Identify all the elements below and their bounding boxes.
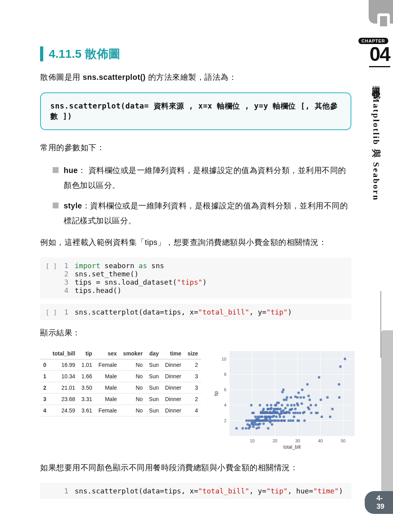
section-heading: 4.11.5 散佈圖 <box>40 46 351 61</box>
table-row: 016.991.01FemaleNoSunDinner2 <box>40 359 201 370</box>
svg-point-126 <box>275 415 277 418</box>
svg-point-148 <box>283 415 285 418</box>
svg-point-26 <box>245 419 248 422</box>
svg-point-206 <box>331 408 333 410</box>
svg-text:10: 10 <box>250 438 254 443</box>
svg-point-143 <box>281 404 283 406</box>
svg-point-193 <box>307 394 310 397</box>
table-cell: 21.01 <box>50 382 79 393</box>
svg-point-75 <box>262 408 264 410</box>
svg-point-174 <box>294 408 296 410</box>
table-cell: 4 <box>184 405 201 416</box>
svg-text:30: 30 <box>295 438 300 443</box>
table-cell: 2 <box>40 382 50 393</box>
result-label: 顯示結果： <box>40 326 351 340</box>
code-line: 2sns.set_theme() <box>61 270 346 278</box>
svg-text:tip: tip <box>213 391 219 396</box>
svg-point-182 <box>298 419 300 422</box>
intro-text: 散佈圖是用 sns.scatterplot() 的方法來繪製，語法為： <box>40 70 351 85</box>
table-cell: 2 <box>184 393 201 405</box>
table-row: 110.341.66MaleNoSunDinner3 <box>40 370 201 382</box>
heading-title: 散佈圖 <box>81 47 120 60</box>
page-number: 4-39 <box>365 491 393 514</box>
scatter-plot: 1020304050246810total_billtip <box>213 348 358 450</box>
table-header: day <box>146 348 162 359</box>
svg-point-154 <box>284 407 286 409</box>
table-cell: 3.61 <box>78 405 95 416</box>
cell-marker: [ ] <box>46 261 61 295</box>
chapter-number: 04 <box>369 42 390 67</box>
side-gray-column <box>381 330 393 499</box>
svg-point-172 <box>293 404 295 406</box>
line-number: 1 <box>61 487 75 495</box>
results-row: total_billtipsexsmokerdaytimesize016.991… <box>40 348 351 450</box>
svg-point-204 <box>326 396 329 398</box>
svg-text:4: 4 <box>224 403 226 407</box>
param-style: style：資料欄位或是一維陣列資料，是根據設定的值為資料分類，並利用不同的標記… <box>53 198 351 228</box>
svg-point-23 <box>235 427 237 429</box>
svg-point-196 <box>310 404 312 406</box>
svg-text:6: 6 <box>224 387 226 392</box>
data-table: total_billtipsexsmokerdaytimesize016.991… <box>40 348 201 416</box>
table-cell: 24.59 <box>50 405 79 416</box>
table-cell: Dinner <box>162 393 184 405</box>
param-hue: hue： 資料欄位或是一維陣列資料，是根據設定的值為資料分類，並利用不同的顏色加… <box>53 163 351 193</box>
code-block-3: [ ] 1sns.scatterplot(data=tips, x="total… <box>40 483 351 499</box>
line-number: 1 <box>61 261 75 270</box>
svg-point-145 <box>281 391 283 393</box>
param-name: style <box>64 201 82 210</box>
svg-point-161 <box>287 419 290 422</box>
table-cell: Sun <box>146 382 162 393</box>
svg-point-67 <box>261 415 263 418</box>
svg-point-116 <box>272 414 275 417</box>
table-cell: 1 <box>40 370 50 382</box>
svg-point-33 <box>250 404 252 406</box>
svg-point-109 <box>271 423 273 425</box>
svg-point-169 <box>292 419 294 422</box>
svg-point-205 <box>329 415 331 418</box>
cell-marker: [ ] <box>46 308 61 316</box>
line-number: 2 <box>61 270 75 278</box>
code-block-1: [ ] 1import seaborn as sns2sns.set_theme… <box>40 258 351 298</box>
param-list: hue： 資料欄位或是一維陣列資料，是根據設定的值為資料分類，並利用不同的顏色加… <box>40 163 351 228</box>
svg-point-181 <box>297 392 299 394</box>
svg-point-138 <box>279 408 281 410</box>
svg-point-198 <box>314 404 317 406</box>
table-header: size <box>184 348 201 359</box>
params-intro: 常用的參數如下： <box>40 140 351 155</box>
svg-point-173 <box>294 412 296 414</box>
code-source: sns.scatterplot(data=tips, x="total_bill… <box>75 308 292 316</box>
table-cell: 1.01 <box>78 359 95 370</box>
table-cell: 1.66 <box>78 370 95 382</box>
syntax-box: sns.scatterplot(data= 資料來源 , x=x 軸欄位 , y… <box>40 92 351 130</box>
svg-rect-0 <box>230 351 354 436</box>
svg-point-39 <box>252 425 254 428</box>
code-source: import seaborn as sns <box>75 261 164 270</box>
table-cell: 4 <box>40 405 50 416</box>
table-header: smoker <box>120 348 146 359</box>
intro-method: sns.scatterplot() <box>83 73 145 81</box>
svg-point-159 <box>286 404 289 406</box>
svg-point-190 <box>303 419 305 422</box>
svg-point-200 <box>316 412 318 414</box>
svg-point-25 <box>245 427 247 429</box>
intro-pre: 散佈圖是用 <box>40 73 83 81</box>
table-cell: Sun <box>146 405 162 416</box>
table-cell: Female <box>95 359 120 370</box>
svg-point-179 <box>296 412 299 414</box>
example-intro: 例如，這裡載入範例資料集「tips」，想要查詢消費總額與小費金額的相關情況： <box>40 235 351 250</box>
svg-point-167 <box>290 404 292 406</box>
svg-point-189 <box>303 411 305 413</box>
svg-point-59 <box>259 422 261 425</box>
svg-point-210 <box>343 357 346 360</box>
intro-post: 的方法來繪製，語法為： <box>146 73 237 81</box>
svg-point-146 <box>282 388 285 391</box>
svg-point-180 <box>297 404 299 406</box>
param-desc: ： 資料欄位或是一維陣列資料，是根據設定的值為資料分類，並利用不同的顏色加以區分… <box>64 166 346 190</box>
chapter-title-en: Matplotlib 與 Seaborn <box>371 94 381 201</box>
svg-point-60 <box>259 404 261 406</box>
svg-point-93 <box>267 419 269 422</box>
svg-point-158 <box>286 396 288 398</box>
svg-point-197 <box>310 412 312 414</box>
svg-point-24 <box>241 427 244 429</box>
